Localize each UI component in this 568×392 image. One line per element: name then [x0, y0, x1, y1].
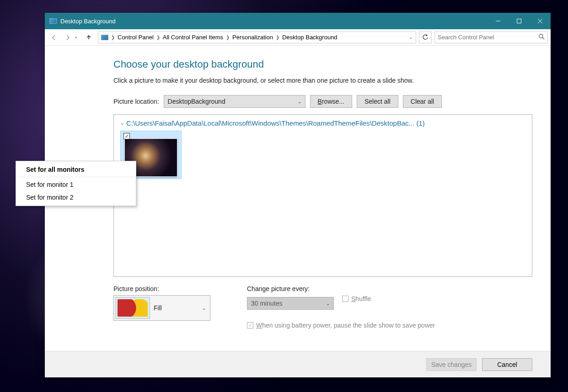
change-interval-value: 30 minutes [251, 300, 282, 307]
group-path: C:\Users\Faisal\AppData\Local\Microsoft\… [126, 119, 425, 127]
context-menu[interactable]: Set for all monitors Set for monitor 1 S… [16, 161, 136, 206]
select-all-button[interactable]: Select all [357, 95, 398, 108]
picture-location-combo[interactable]: DesktopBackground ⌄ [164, 95, 305, 108]
clear-all-button[interactable]: Clear all [403, 95, 442, 108]
up-button[interactable] [82, 31, 95, 44]
change-interval-label: Change picture every: [247, 285, 435, 292]
back-button[interactable] [48, 31, 60, 44]
breadcrumb-item[interactable]: Desktop Background [280, 34, 339, 41]
minimize-button[interactable] [488, 13, 509, 29]
picture-group-header[interactable]: ⌄ C:\Users\Faisal\AppData\Local\Microsof… [120, 119, 525, 127]
chevron-down-icon: ⌄ [326, 301, 330, 306]
position-preview-icon [115, 297, 150, 319]
checkbox-icon [342, 296, 348, 302]
battery-checkbox[interactable]: ✓ When using battery power, pause the sl… [247, 322, 435, 329]
chevron-down-icon: ⌄ [202, 306, 209, 311]
chevron-down-icon: ⌄ [298, 99, 301, 104]
chevron-right-icon[interactable]: ❯ [225, 35, 230, 40]
picture-location-label: Picture location: [113, 98, 159, 105]
picture-position-value: Fill [154, 304, 162, 312]
titlebar[interactable]: Desktop Background [45, 13, 551, 29]
maximize-button[interactable] [509, 13, 530, 29]
address-bar[interactable]: ❯ Control Panel ❯ All Control Panel Item… [98, 32, 416, 43]
page-title: Choose your desktop background [113, 58, 532, 70]
close-button[interactable] [530, 13, 551, 29]
checkbox-icon: ✓ [247, 322, 253, 328]
thumbnail-checkbox[interactable]: ✓ [123, 133, 130, 139]
footer: Save changes Cancel [45, 351, 551, 377]
svg-line-5 [542, 37, 544, 39]
app-icon [49, 18, 57, 24]
recent-locations-dropdown[interactable]: ▾ [75, 35, 81, 40]
window-title: Desktop Background [60, 18, 488, 25]
picture-location-value: DesktopBackground [168, 98, 225, 105]
save-changes-button[interactable]: Save changes [426, 358, 477, 371]
cancel-button[interactable]: Cancel [482, 358, 532, 371]
browse-button[interactable]: Browse... [310, 95, 352, 108]
svg-rect-1 [517, 19, 521, 23]
breadcrumb-item[interactable]: All Control Panel Items [161, 34, 225, 41]
chevron-right-icon[interactable]: ❯ [275, 35, 280, 40]
search-input[interactable] [438, 34, 538, 41]
picture-position-label: Picture position: [113, 285, 210, 292]
forward-button[interactable] [61, 31, 74, 44]
chevron-right-icon[interactable]: ❯ [155, 35, 161, 40]
context-menu-item-monitor1[interactable]: Set for monitor 1 [17, 178, 135, 191]
battery-label: When using battery power, pause the slid… [256, 322, 435, 329]
change-interval-combo[interactable]: 30 minutes ⌄ [247, 297, 334, 310]
context-menu-item-all[interactable]: Set for all monitors [17, 163, 135, 177]
breadcrumb-item[interactable]: Personalization [230, 34, 275, 41]
refresh-button[interactable] [419, 32, 432, 43]
chevron-right-icon[interactable]: ❯ [110, 35, 116, 40]
shuffle-label: Shuffle [351, 295, 371, 302]
svg-point-4 [539, 34, 543, 38]
chevron-down-icon: ⌄ [120, 120, 124, 126]
context-menu-item-monitor2[interactable]: Set for monitor 2 [17, 191, 135, 204]
navigation-bar: ▾ ❯ Control Panel ❯ All Control Panel It… [45, 29, 551, 46]
shuffle-checkbox[interactable]: Shuffle [342, 295, 371, 302]
page-subtitle: Click a picture to make it your desktop … [113, 77, 532, 84]
location-icon [101, 35, 108, 40]
search-icon[interactable] [538, 33, 545, 42]
address-dropdown-icon[interactable]: ⌄ [406, 35, 416, 40]
picture-position-combo[interactable]: Fill ⌄ [113, 295, 210, 321]
search-box[interactable] [434, 32, 548, 43]
breadcrumb-item[interactable]: Control Panel [116, 34, 155, 41]
picture-list[interactable]: ⌄ C:\Users\Faisal\AppData\Local\Microsof… [113, 114, 532, 277]
